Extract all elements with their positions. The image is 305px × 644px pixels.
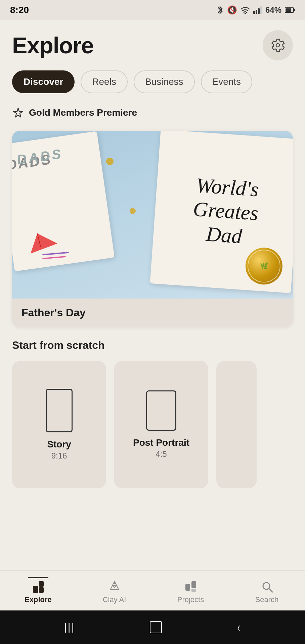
svg-rect-1: [253, 11, 255, 14]
mute-icon: 🔇: [227, 5, 237, 15]
svg-rect-13: [39, 587, 44, 593]
nav-label-search: Search: [255, 595, 279, 604]
tab-discover[interactable]: Discover: [12, 70, 75, 93]
nav-label-explore: Explore: [25, 595, 52, 604]
clay-ai-nav-icon: [108, 580, 121, 593]
explore-nav-icon: [32, 580, 45, 593]
story-label: Story: [47, 439, 71, 450]
battery-icon: [285, 7, 295, 13]
wave-decoration: [42, 253, 69, 258]
svg-rect-15: [185, 584, 190, 591]
svg-point-0: [245, 13, 246, 14]
featured-card-title: Father's Day: [21, 307, 86, 319]
tab-business[interactable]: Business: [134, 70, 195, 93]
search-nav-icon: [260, 580, 274, 593]
gear-icon: [270, 38, 285, 53]
svg-rect-7: [286, 8, 291, 12]
svg-rect-11: [33, 586, 38, 593]
android-navigation-bar: ||| ‹: [0, 610, 305, 644]
android-home-button[interactable]: [150, 621, 162, 633]
android-back-button[interactable]: ‹: [237, 620, 240, 635]
scratch-cards-list: Story 9:16 Post Portrait 4:5: [12, 361, 293, 488]
gold-seal: 🌿: [244, 247, 284, 286]
scratch-section: Start from scratch Story 9:16 Post Portr…: [0, 327, 305, 495]
signal-icon: [253, 6, 262, 14]
nav-label-projects: Projects: [177, 595, 204, 604]
nav-item-projects[interactable]: Projects: [152, 577, 229, 604]
android-menu-button[interactable]: |||: [64, 622, 75, 633]
svg-marker-8: [13, 108, 23, 117]
svg-rect-3: [258, 8, 260, 14]
section-header: Gold Members Premiere: [12, 107, 293, 119]
status-icons: 🔇 64%: [216, 5, 295, 15]
svg-marker-9: [31, 233, 57, 254]
featured-image: World'sGreatesDad 🌿 DADS: [12, 131, 293, 299]
settings-button[interactable]: [263, 30, 293, 60]
nav-label-clay-ai: Clay AI: [103, 595, 126, 604]
svg-rect-12: [39, 581, 44, 587]
projects-nav-icon: [184, 580, 198, 593]
svg-point-14: [114, 582, 116, 584]
battery-percent: 64%: [265, 5, 281, 15]
tab-reels[interactable]: Reels: [81, 70, 128, 93]
page-title: Explore: [12, 32, 93, 58]
featured-card[interactable]: World'sGreatesDad 🌿 DADS Father's Day: [12, 131, 293, 327]
portrait-label: Post Portrait: [133, 437, 189, 448]
bottom-nav: Explore Clay AI Projects Search: [0, 570, 305, 610]
nav-item-clay-ai[interactable]: Clay AI: [76, 577, 152, 604]
header: Explore: [0, 20, 305, 67]
right-card-paper: World'sGreatesDad 🌿: [150, 131, 293, 293]
story-ratio: 9:16: [47, 451, 71, 461]
nav-item-search[interactable]: Search: [229, 577, 305, 604]
svg-line-19: [269, 588, 272, 592]
filter-tabs: Discover Reels Business Events: [0, 67, 305, 100]
featured-label: Father's Day: [12, 299, 293, 327]
svg-rect-2: [256, 10, 257, 14]
portrait-format-icon: [146, 390, 176, 431]
svg-rect-4: [260, 6, 262, 14]
portrait-ratio: 4:5: [133, 449, 189, 459]
svg-rect-6: [294, 9, 295, 11]
card-main-text: World'sGreatesDad: [184, 173, 267, 250]
scratch-card-post-portrait[interactable]: Post Portrait 4:5: [114, 361, 208, 488]
story-format-icon: [46, 389, 73, 432]
nav-item-explore[interactable]: Explore: [0, 577, 76, 604]
svg-rect-17: [191, 589, 196, 592]
scratch-card-story[interactable]: Story 9:16: [12, 361, 106, 488]
status-bar: 8:20 🔇 64%: [0, 0, 305, 20]
status-time: 8:20: [10, 5, 29, 15]
gold-section-title: Gold Members Premiere: [29, 107, 137, 118]
scratch-section-title: Start from scratch: [12, 339, 293, 352]
tab-events[interactable]: Events: [201, 70, 253, 93]
scratch-card-partial: [216, 361, 257, 488]
wifi-icon: [241, 6, 250, 14]
gold-star-icon: [12, 107, 24, 119]
gold-members-section: Gold Members Premiere: [0, 100, 305, 131]
bluetooth-icon: [216, 5, 224, 15]
svg-rect-16: [191, 581, 196, 588]
